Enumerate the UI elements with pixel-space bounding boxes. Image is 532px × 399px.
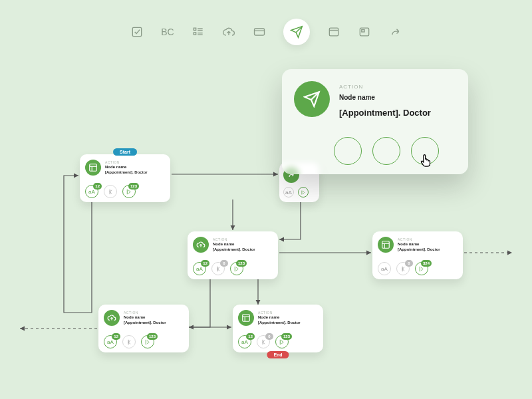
port-text-icon[interactable]: aA12 — [238, 335, 251, 348]
node-category: ACTION — [398, 238, 440, 242]
popup-port[interactable] — [334, 137, 362, 165]
node-subtitle: [Appointment]. Doctor — [258, 321, 301, 325]
node-start[interactable]: Start ACTION Node name [Appointment]. Do… — [80, 154, 170, 202]
port-text-icon[interactable]: aA — [283, 187, 294, 198]
toolbar-send-icon[interactable] — [283, 19, 310, 45]
port-badge: 0 — [405, 260, 413, 267]
layout-icon — [85, 160, 101, 176]
popup-subtitle: [Appointment]. Doctor — [339, 108, 431, 118]
node-cloud-a[interactable]: ACTION Node name [Appointment]. Doctor a… — [188, 231, 278, 279]
toolbar-list-icon[interactable] — [192, 25, 205, 39]
pointer-cursor-icon — [419, 153, 434, 168]
port-badge: 123 — [281, 333, 292, 340]
svg-rect-0 — [132, 27, 141, 36]
port-out-icon[interactable]: 123 — [275, 335, 289, 348]
popup-name: Node name — [339, 94, 431, 101]
node-layout-b[interactable]: ACTION Node name [Appointment]. Doctor a… — [372, 231, 463, 279]
port-text-icon[interactable]: aA12 — [193, 262, 206, 275]
port-badge: 12 — [201, 260, 209, 267]
node-name: Node name — [105, 165, 148, 170]
toolbar: BC — [130, 19, 402, 45]
svg-rect-7 — [255, 29, 265, 35]
port-text-icon[interactable]: aA12 — [85, 185, 98, 198]
toolbar-redo-icon[interactable] — [388, 25, 402, 39]
toolbar-window-icon[interactable] — [327, 25, 340, 39]
port-badge: 0 — [220, 260, 228, 267]
svg-rect-21 — [382, 241, 390, 249]
cloud-up-icon — [193, 237, 209, 253]
port-out-icon[interactable]: 123 — [122, 185, 136, 198]
cloud-up-icon — [104, 310, 120, 326]
toolbar-checkbox-icon[interactable] — [130, 25, 144, 39]
toolbar-cloud-up-icon[interactable] — [222, 25, 235, 39]
port-out-icon[interactable]: 123 — [230, 262, 243, 275]
popup-port[interactable] — [372, 137, 400, 165]
port-in-icon[interactable]: 0 — [396, 262, 410, 275]
port-out-icon[interactable]: 123 — [141, 335, 154, 348]
popup-category: ACTION — [339, 84, 431, 90]
port-badge: 123 — [147, 333, 158, 340]
layout-icon — [238, 310, 254, 326]
port-out-icon[interactable]: 324 — [415, 262, 428, 275]
port-in-icon[interactable]: 0 — [211, 262, 225, 275]
toolbar-panel-icon[interactable] — [358, 25, 371, 39]
port-badge: 12 — [93, 183, 102, 190]
port-text-icon[interactable]: aA — [378, 262, 391, 275]
port-badge: 12 — [112, 333, 120, 340]
start-tag: Start — [113, 148, 137, 156]
send-icon — [294, 81, 330, 117]
svg-rect-1 — [194, 28, 196, 30]
node-name: Node name — [124, 315, 166, 320]
node-cloud-b[interactable]: ACTION Node name [Appointment]. Doctor a… — [98, 305, 189, 352]
port-badge: 123 — [236, 260, 247, 267]
node-name: Node name — [398, 242, 440, 247]
node-category: ACTION — [105, 161, 148, 165]
port-in-icon[interactable]: 0 — [257, 335, 270, 348]
toolbar-card-icon[interactable] — [253, 25, 266, 39]
node-subtitle: [Appointment]. Doctor — [213, 247, 255, 252]
port-in-icon[interactable] — [122, 335, 136, 348]
node-subtitle: [Appointment]. Doctor — [105, 170, 148, 175]
svg-rect-28 — [243, 315, 250, 322]
node-category: ACTION — [213, 238, 255, 242]
node-name: Node name — [213, 242, 255, 247]
end-tag: End — [267, 351, 289, 358]
port-text-icon[interactable]: aA12 — [104, 335, 117, 348]
node-category: ACTION — [124, 311, 166, 315]
node-category: ACTION — [258, 311, 301, 315]
port-badge: 123 — [128, 183, 139, 190]
port-badge: 324 — [421, 260, 432, 267]
node-detail-popup[interactable]: ACTION Node name [Appointment]. Doctor — [282, 69, 468, 174]
svg-rect-13 — [90, 164, 97, 172]
svg-rect-12 — [362, 30, 364, 32]
node-subtitle: [Appointment]. Doctor — [398, 247, 440, 252]
toolbar-text-icon[interactable]: BC — [161, 25, 174, 39]
port-badge: 12 — [246, 333, 255, 340]
port-in-icon[interactable] — [104, 185, 117, 198]
node-end[interactable]: ACTION Node name [Appointment]. Doctor a… — [233, 305, 323, 352]
svg-rect-2 — [194, 33, 196, 35]
node-name: Node name — [258, 315, 301, 320]
port-badge: 0 — [265, 333, 273, 340]
port-out-icon[interactable] — [298, 187, 309, 198]
svg-rect-9 — [329, 28, 338, 36]
node-subtitle: [Appointment]. Doctor — [124, 321, 166, 325]
layout-icon — [378, 237, 394, 253]
